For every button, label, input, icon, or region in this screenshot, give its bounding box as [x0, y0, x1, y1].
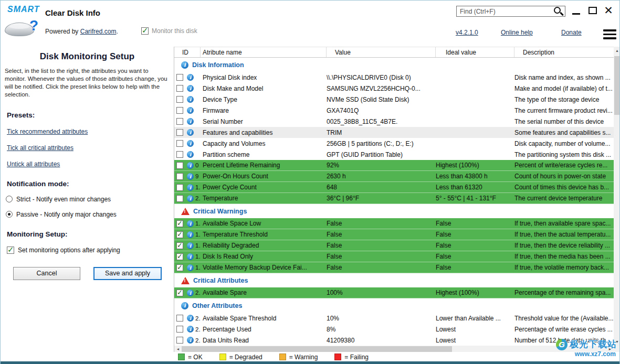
attribute-row[interactable]: iPhysical Disk index\\.\PHYSICALDRIVE0 (… — [174, 72, 614, 83]
attribute-row[interactable]: i2.Temperature36°C | 96°F5° - 55°C | 41 … — [174, 193, 614, 204]
info-icon[interactable]: i — [187, 96, 194, 103]
info-icon-cell: i — [187, 96, 195, 103]
cancel-button[interactable]: Cancel — [13, 267, 80, 280]
info-icon[interactable]: i — [187, 107, 194, 114]
row-checkbox[interactable] — [176, 315, 183, 322]
row-checkbox[interactable] — [176, 74, 183, 81]
column-header-ideal[interactable]: Ideal value — [436, 47, 514, 57]
attribute-row[interactable]: i1.Disk Is Read OnlyFalseFalseIf true, t… — [174, 251, 614, 262]
attribute-row[interactable]: iPartition schemeGPT (GUID Partition Tab… — [174, 149, 614, 160]
row-checkbox[interactable] — [176, 231, 183, 238]
attribute-row[interactable]: iFeatures and capabilitiesTRIMSome featu… — [174, 127, 614, 138]
attribute-id: 2. — [195, 337, 203, 344]
checkbox-icon[interactable] — [141, 27, 149, 35]
info-icon[interactable]: i — [187, 337, 194, 344]
column-header-description[interactable]: Description — [514, 47, 614, 57]
radio-icon[interactable] — [6, 211, 13, 218]
donate-link[interactable]: Donate — [561, 29, 582, 36]
column-header-name[interactable]: Atribute name — [201, 47, 327, 57]
info-icon[interactable]: i — [187, 85, 194, 92]
info-icon[interactable]: i — [187, 315, 194, 322]
column-header-id[interactable]: ID — [174, 47, 201, 57]
info-icon[interactable]: i — [187, 184, 194, 191]
attribute-row[interactable]: i0Percent Lifetime Remaining92%Highest (… — [174, 160, 614, 171]
info-icon[interactable]: i — [187, 74, 194, 81]
info-icon[interactable]: i — [187, 162, 194, 169]
attribute-row[interactable]: i2.Percentage Used8%LowestPercentage of … — [174, 324, 614, 335]
close-button[interactable]: ✕ — [602, 4, 615, 17]
window-bottom-border — [1, 361, 619, 364]
row-checkbox[interactable] — [176, 264, 183, 271]
preset-link-recommended[interactable]: Tick recommended attributes — [7, 128, 174, 135]
attribute-row[interactable]: i2.Available Spare100%Highest (100%)Perc… — [174, 287, 614, 298]
attribute-row[interactable]: i1.Temperature ThresholdFalseFalseIf tru… — [174, 229, 614, 240]
carifred-link[interactable]: Carifred.com — [80, 28, 117, 35]
vertical-scrollbar-thumb[interactable] — [614, 56, 620, 115]
info-icon[interactable]: i — [187, 195, 194, 202]
info-icon[interactable]: i — [187, 264, 194, 271]
version-link[interactable]: v4.2.1.0 — [456, 29, 478, 36]
info-icon[interactable]: i — [187, 231, 194, 238]
attribute-row[interactable]: i1.Power Cycle Count648Less than 61320Co… — [174, 182, 614, 193]
attribute-row[interactable]: iDevice TypeNVMe SSD (Solid State Disk)T… — [174, 94, 614, 105]
column-header-value[interactable]: Value — [327, 47, 436, 57]
horizontal-scrollbar-thumb[interactable] — [182, 346, 452, 352]
attribute-row[interactable]: i2.Data Units Read41209380LowestNumber o… — [174, 335, 614, 346]
info-icon[interactable]: i — [187, 220, 194, 227]
info-icon[interactable]: i — [187, 151, 194, 158]
info-icon[interactable]: i — [187, 140, 194, 147]
vertical-scrollbar[interactable]: ▲ ▼ — [614, 47, 620, 345]
preset-link-critical[interactable]: Tick all critical attributes — [7, 144, 174, 152]
info-icon[interactable]: i — [187, 326, 194, 333]
row-checkbox[interactable] — [176, 96, 183, 103]
scroll-up-arrow[interactable]: ▲ — [614, 47, 620, 54]
attribute-row[interactable]: i9Power-On Hours Count2630 hLess than 43… — [174, 171, 614, 182]
row-checkbox[interactable] — [176, 129, 183, 136]
row-checkbox[interactable] — [176, 151, 183, 158]
row-checkbox[interactable] — [176, 195, 183, 202]
info-icon[interactable]: i — [187, 253, 194, 260]
minimize-button[interactable] — [569, 4, 583, 17]
checkbox-icon[interactable] — [7, 247, 14, 254]
find-input[interactable] — [456, 6, 565, 17]
info-icon[interactable]: i — [187, 290, 194, 296]
radio-passive[interactable]: Passive - Notify only major changes — [6, 211, 174, 218]
row-checkbox[interactable] — [176, 140, 183, 147]
attribute-row[interactable]: i1.Reliability DegradedFalseFalseIf true… — [174, 240, 614, 251]
attribute-row[interactable]: i1.Available Space LowFalseFalseIf true,… — [174, 218, 614, 229]
attribute-row[interactable]: i1.Volatile Memory Backup Device Fai...F… — [174, 262, 614, 273]
online-help-link[interactable]: Online help — [501, 29, 533, 36]
row-checkbox[interactable] — [176, 173, 183, 180]
preset-link-untick[interactable]: Untick all attributes — [7, 160, 174, 168]
attribute-row[interactable]: iCapacity and Volumes256GB | 5 partition… — [174, 138, 614, 149]
row-checkbox[interactable] — [176, 162, 183, 169]
info-icon-cell: i — [187, 315, 195, 322]
radio-icon[interactable] — [6, 196, 13, 202]
set-monitoring-checkbox[interactable]: Set monitoring options after applying — [7, 247, 174, 254]
row-checkbox[interactable] — [176, 107, 183, 114]
row-checkbox[interactable] — [176, 220, 183, 227]
row-checkbox[interactable] — [176, 326, 183, 333]
attribute-row[interactable]: iFirmwareGXA7401QThe current firmware pr… — [174, 105, 614, 116]
info-icon[interactable]: i — [187, 118, 194, 125]
radio-strict[interactable]: Strict - Notify even minor changes — [6, 196, 174, 203]
save-and-apply-button[interactable]: Save and apply — [93, 267, 162, 280]
scroll-left-arrow[interactable]: ◄ — [174, 347, 182, 351]
row-checkbox[interactable] — [176, 242, 183, 249]
row-checkbox[interactable] — [176, 253, 183, 260]
maximize-button[interactable] — [586, 4, 600, 17]
info-icon[interactable]: i — [187, 242, 194, 249]
attribute-row[interactable]: iSerial Number0025_38B8_11C5_4B7E.The se… — [174, 116, 614, 127]
info-icon[interactable]: i — [187, 129, 194, 136]
attribute-row[interactable]: iDisk Make and ModelSAMSUNG MZVL2256HCHQ… — [174, 83, 614, 94]
row-checkbox[interactable] — [176, 337, 183, 344]
row-checkbox[interactable] — [176, 184, 183, 191]
row-checkbox[interactable] — [176, 85, 183, 92]
attribute-row[interactable]: i2.Available Spare Threshold10%Lower tha… — [174, 313, 614, 324]
search-icon[interactable] — [553, 6, 564, 17]
info-icon[interactable]: i — [187, 173, 194, 180]
menu-button[interactable] — [603, 29, 617, 39]
monitor-disk-checkbox[interactable]: Monitor this disk — [141, 27, 197, 35]
row-checkbox[interactable] — [176, 290, 183, 296]
row-checkbox[interactable] — [176, 118, 183, 125]
